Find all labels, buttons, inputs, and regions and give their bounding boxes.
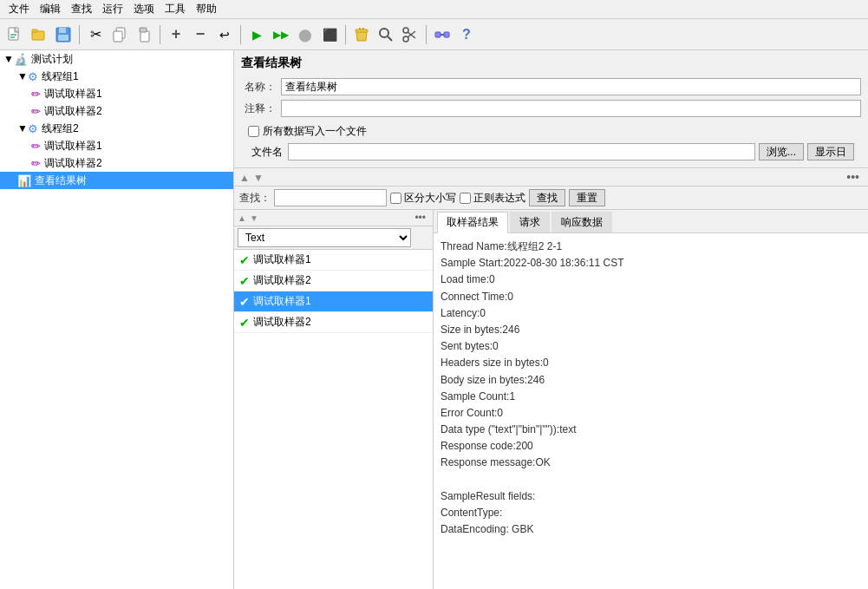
comment-input[interactable] bbox=[281, 100, 861, 117]
write-to-file-checkbox[interactable] bbox=[248, 126, 259, 137]
copy-button[interactable] bbox=[108, 23, 131, 46]
search-dots-menu[interactable]: ••• bbox=[843, 170, 863, 184]
display-button[interactable]: 显示日 bbox=[807, 143, 854, 160]
result-status-3: ✔ bbox=[239, 316, 250, 330]
startall-button[interactable]: ▶▶ bbox=[270, 23, 292, 46]
svg-rect-6 bbox=[59, 28, 66, 33]
svg-line-16 bbox=[388, 36, 392, 41]
result-item-0[interactable]: ✔ 调试取样器1 bbox=[234, 250, 433, 271]
case-sensitive-check[interactable]: 区分大小写 bbox=[390, 191, 456, 206]
shear-button[interactable] bbox=[399, 23, 421, 46]
search-label: 查找： bbox=[239, 191, 271, 206]
tree-item-group1[interactable]: ▼ ⚙ 线程组1 bbox=[0, 68, 233, 85]
cut-button[interactable]: ✂ bbox=[84, 23, 107, 46]
tab-sampler-result[interactable]: 取样器结果 bbox=[437, 212, 508, 233]
sep4 bbox=[345, 25, 346, 44]
menu-tools[interactable]: 工具 bbox=[160, 0, 191, 18]
save-button[interactable] bbox=[52, 23, 75, 46]
tab-request[interactable]: 请求 bbox=[510, 212, 550, 232]
tree-label-sampler1-1: 调试取样器1 bbox=[44, 87, 102, 101]
stop-button[interactable]: ⬛ bbox=[318, 23, 341, 46]
main-layout: ▼ 🔬 测试计划 ▼ ⚙ 线程组1 ✏ 调试取样器1 ✏ 调试取样器2 ▼ bbox=[0, 50, 868, 589]
svg-rect-0 bbox=[9, 28, 18, 40]
tree-item-sampler1-2[interactable]: ✏ 调试取样器2 bbox=[0, 102, 233, 120]
tree-toggle-group2[interactable]: ▼ bbox=[17, 122, 28, 134]
detail-latency: Latency:0 bbox=[441, 305, 861, 322]
svg-rect-9 bbox=[114, 31, 122, 42]
checkbox-row: 所有数据写入一个文件 bbox=[241, 121, 861, 141]
new-button[interactable] bbox=[3, 23, 26, 46]
reset-button[interactable]: 重置 bbox=[569, 189, 605, 206]
result-status-1: ✔ bbox=[239, 274, 250, 288]
list-dots-menu[interactable]: ••• bbox=[411, 212, 429, 224]
detail-blank1 bbox=[441, 472, 861, 488]
tree-item-group2[interactable]: ▼ ⚙ 线程组2 bbox=[0, 120, 233, 137]
add-button[interactable]: + bbox=[165, 23, 187, 46]
detail-error-count: Error Count:0 bbox=[441, 405, 861, 422]
detail-panel: 取样器结果 请求 响应数据 Thread Name:线程组2 2-1 Sampl… bbox=[434, 210, 868, 589]
tree-label-result-tree: 查看结果树 bbox=[35, 173, 87, 188]
result-item-1[interactable]: ✔ 调试取样器2 bbox=[234, 271, 433, 291]
sep2 bbox=[160, 25, 160, 44]
paste-button[interactable] bbox=[133, 23, 155, 46]
tree-item-sampler2-1[interactable]: ✏ 调试取样器1 bbox=[0, 137, 233, 154]
name-input[interactable] bbox=[281, 78, 861, 95]
open-button[interactable] bbox=[28, 23, 50, 46]
clear-button[interactable] bbox=[350, 23, 373, 46]
svg-rect-7 bbox=[58, 35, 69, 41]
remove-button[interactable]: − bbox=[189, 23, 212, 46]
file-label: 文件名 bbox=[248, 145, 283, 160]
tree-toggle-plan[interactable]: ▼ bbox=[3, 53, 14, 65]
tree-label-group1: 线程组1 bbox=[42, 69, 79, 84]
type-select[interactable]: Text RegExp Tester CSS/JQuery Tester XPa… bbox=[238, 228, 411, 247]
detail-content: Thread Name:线程组2 2-1 Sample Start:2022-0… bbox=[434, 233, 868, 589]
case-sensitive-label: 区分大小写 bbox=[404, 191, 456, 206]
svg-rect-22 bbox=[444, 32, 449, 37]
svg-rect-11 bbox=[140, 28, 147, 32]
write-to-file-label[interactable]: 所有数据写入一个文件 bbox=[248, 124, 367, 139]
detail-headers-size: Headers size in bytes:0 bbox=[441, 355, 861, 371]
name-label: 名称： bbox=[241, 80, 276, 95]
tree-toggle-group1[interactable]: ▼ bbox=[17, 70, 28, 82]
menu-find[interactable]: 查找 bbox=[66, 0, 97, 18]
pause-button[interactable]: ⬤ bbox=[294, 23, 317, 46]
search-toolbar-button[interactable] bbox=[375, 23, 397, 46]
file-input[interactable] bbox=[288, 143, 755, 160]
menu-edit[interactable]: 编辑 bbox=[35, 0, 66, 18]
detail-data-type: Data type ("text"|"bin"|"")):text bbox=[441, 422, 861, 438]
tree-item-plan[interactable]: ▼ 🔬 测试计划 bbox=[0, 50, 233, 68]
result-status-2: ✔ bbox=[239, 295, 250, 309]
case-sensitive-checkbox[interactable] bbox=[390, 193, 401, 204]
tree-label-sampler2-2: 调试取样器2 bbox=[44, 156, 102, 171]
menu-help[interactable]: 帮助 bbox=[191, 0, 222, 18]
menu-file[interactable]: 文件 bbox=[3, 0, 35, 18]
regex-checkbox[interactable] bbox=[460, 193, 471, 204]
regex-check[interactable]: 正则表达式 bbox=[460, 191, 525, 206]
menu-run[interactable]: 运行 bbox=[97, 0, 128, 18]
result-item-3[interactable]: ✔ 调试取样器2 bbox=[234, 312, 433, 333]
tree-item-sampler2-2[interactable]: ✏ 调试取样器2 bbox=[0, 154, 233, 172]
search-input[interactable] bbox=[274, 189, 387, 206]
menu-options[interactable]: 选项 bbox=[128, 0, 160, 18]
svg-rect-4 bbox=[32, 29, 37, 32]
result-item-2[interactable]: ✔ 调试取样器1 bbox=[234, 291, 433, 312]
tree-label-plan: 测试计划 bbox=[31, 52, 73, 67]
detail-thread-name: Thread Name:线程组2 2-1 bbox=[441, 239, 861, 255]
svg-point-15 bbox=[380, 29, 388, 37]
find-button[interactable]: 查找 bbox=[529, 189, 565, 206]
results-split: ▲ ▼ ••• Text RegExp Tester CSS/JQuery Te… bbox=[234, 210, 868, 589]
tab-response-data[interactable]: 响应数据 bbox=[551, 212, 612, 232]
undo-button[interactable]: ↩ bbox=[213, 23, 236, 46]
menubar: 文件 编辑 查找 运行 选项 工具 帮助 bbox=[0, 0, 868, 19]
connect-button[interactable] bbox=[431, 23, 454, 46]
search-bar: 查找： 区分大小写 正则表达式 查找 重置 bbox=[234, 187, 868, 210]
regex-label: 正则表达式 bbox=[473, 191, 525, 206]
result-list: ✔ 调试取样器1 ✔ 调试取样器2 ✔ 调试取样器1 ✔ bbox=[234, 250, 433, 589]
help-button[interactable]: ? bbox=[455, 23, 478, 46]
detail-body-size: Body size in bytes:246 bbox=[441, 372, 861, 389]
tree-item-sampler1-1[interactable]: ✏ 调试取样器1 bbox=[0, 85, 233, 102]
tree-item-result-tree[interactable]: 📊 查看结果树 bbox=[0, 172, 233, 189]
start-button[interactable]: ▶ bbox=[245, 23, 268, 46]
sep5 bbox=[426, 25, 427, 44]
browse-button[interactable]: 浏览... bbox=[759, 143, 804, 160]
